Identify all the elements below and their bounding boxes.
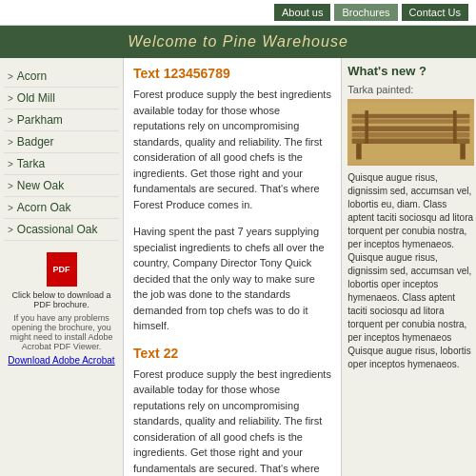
header-title: Welcome to Pine Warehouse: [128, 33, 348, 50]
arrow-icon: >: [8, 225, 13, 235]
sidebar-item-badger[interactable]: > Badger: [4, 131, 119, 153]
header-banner: Welcome to Pine Warehouse: [0, 26, 476, 58]
svg-rect-21: [352, 127, 470, 132]
brochures-button[interactable]: Brochures: [334, 4, 397, 21]
section2-text1: Forest produce supply the best ingredien…: [133, 367, 331, 477]
sidebar-item-ocassional-oak[interactable]: > Ocassional Oak: [4, 219, 119, 241]
svg-rect-25: [461, 144, 466, 160]
arrow-icon: >: [8, 203, 13, 213]
sidebar: > Acorn > Old Mill > Parkham > Badger > …: [0, 58, 124, 476]
arrow-icon: >: [8, 159, 13, 169]
main-layout: > Acorn > Old Mill > Parkham > Badger > …: [0, 58, 476, 476]
svg-rect-29: [453, 110, 457, 144]
svg-rect-23: [352, 138, 470, 144]
top-nav: About us Brochures Contact Us: [0, 0, 476, 26]
sidebar-item-acorn-oak[interactable]: > Acorn Oak: [4, 197, 119, 219]
section2-title: Text 22: [133, 346, 331, 361]
sidebar-item-label: New Oak: [17, 179, 64, 192]
sidebar-item-label: Parkham: [17, 113, 63, 127]
section1-text2: Having spent the past 7 years supplying …: [133, 224, 331, 334]
svg-rect-24: [356, 144, 362, 160]
sidebar-item-label: Acorn: [17, 69, 47, 83]
bench-image: [347, 99, 474, 166]
sidebar-item-tarka[interactable]: > Tarka: [4, 153, 119, 175]
sidebar-item-label: Badger: [17, 135, 54, 149]
sidebar-item-label: Acorn Oak: [17, 201, 71, 214]
section1-text1: Forest produce supply the best ingredien…: [133, 87, 331, 212]
right-panel-title: What's new ?: [347, 64, 474, 78]
sidebar-item-new-oak[interactable]: > New Oak: [4, 175, 119, 197]
pdf-box: PDF Click below to download a PDF brochu…: [4, 248, 119, 369]
sidebar-item-label: Old Mill: [17, 91, 55, 105]
download-acrobat-link[interactable]: Download Adobe Acrobat: [8, 355, 114, 366]
arrow-icon: >: [8, 137, 13, 148]
svg-rect-27: [352, 119, 470, 124]
right-panel: What's new ? Tarka painted: Quisque augu…: [342, 58, 476, 476]
contact-us-button[interactable]: Contact Us: [402, 4, 468, 21]
pdf-click-label: Click below to download a PDF brochure.: [8, 290, 115, 309]
arrow-icon: >: [8, 181, 13, 191]
arrow-icon: >: [8, 93, 13, 104]
arrow-icon: >: [8, 115, 13, 126]
sidebar-item-label: Tarka: [17, 157, 45, 170]
svg-rect-26: [352, 114, 470, 119]
arrow-icon: >: [8, 71, 13, 82]
right-description: Quisque augue risus, dignissim sed, accu…: [347, 171, 474, 371]
pdf-icon: PDF: [47, 252, 77, 287]
content-area: Text 123456789 Forest produce supply the…: [124, 58, 342, 476]
section1-title: Text 123456789: [133, 66, 331, 81]
sidebar-item-acorn[interactable]: > Acorn: [4, 66, 119, 88]
svg-rect-22: [352, 132, 470, 138]
sidebar-item-parkham[interactable]: > Parkham: [4, 109, 119, 131]
tarka-label: Tarka painted:: [347, 84, 474, 95]
about-us-button[interactable]: About us: [274, 4, 330, 21]
pdf-note: If you have any problems opening the bro…: [8, 313, 115, 351]
svg-rect-28: [366, 110, 369, 144]
sidebar-item-label: Ocassional Oak: [17, 223, 98, 236]
sidebar-item-old-mill[interactable]: > Old Mill: [4, 88, 119, 109]
